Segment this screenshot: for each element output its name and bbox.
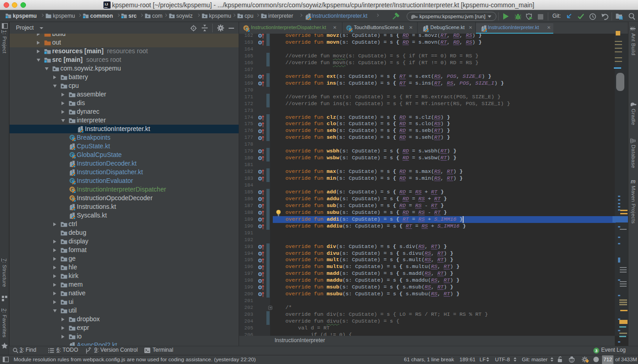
- svg-text:C: C: [347, 26, 351, 30]
- svg-text:C: C: [71, 178, 74, 183]
- svg-text:C: C: [71, 187, 74, 192]
- svg-text:C: C: [245, 26, 248, 30]
- svg-text:C: C: [71, 196, 74, 200]
- svg-text:C: C: [71, 152, 74, 157]
- svg-text:C: C: [71, 135, 74, 140]
